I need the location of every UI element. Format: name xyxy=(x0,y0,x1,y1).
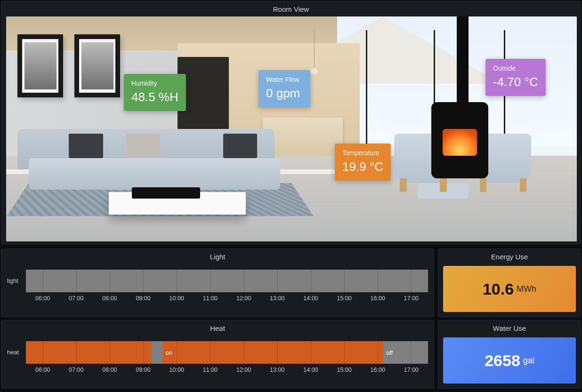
outside-value: -4.70 °C xyxy=(493,75,538,89)
timeline-segment-on: on xyxy=(163,341,384,364)
water-flow-value: 0 gpm xyxy=(266,86,303,101)
timeline-segment-off xyxy=(152,341,163,364)
timeline-segment-off xyxy=(26,270,428,292)
room-scene-illustration xyxy=(6,16,577,241)
temperature-value: 19.9 °C xyxy=(342,160,383,174)
outside-label: Outside xyxy=(493,64,538,72)
tick-label: 13:00 xyxy=(270,367,284,373)
temperature-label: Temperature xyxy=(342,149,383,157)
tick-label: 14:00 xyxy=(303,367,318,373)
energy-use-panel: Energy Use 10.6 MWh xyxy=(438,248,581,317)
heat-row-label: heat xyxy=(7,349,19,356)
heat-title: Heat xyxy=(1,320,434,335)
outside-card[interactable]: Outside -4.70 °C xyxy=(485,59,546,96)
light-panel: Light light 06:0007:0008:0009:0010:0011:… xyxy=(1,248,434,317)
light-timeline[interactable]: light 06:0007:0008:0009:0010:0011:0012:0… xyxy=(7,266,428,312)
humidity-card[interactable]: Humidity 48.5 %H xyxy=(124,74,186,111)
heat-ticks: 06:0007:0008:0009:0010:0011:0012:0013:00… xyxy=(26,367,428,378)
tick-label: 16:00 xyxy=(371,367,385,373)
tick-label: 08:00 xyxy=(102,367,117,373)
light-row-label: light xyxy=(7,277,18,284)
water-use-title: Water Use xyxy=(438,320,581,335)
tick-label: 09:00 xyxy=(136,367,150,373)
heat-panel: Heat heat onoff 06:0007:0008:0009:0010:0… xyxy=(1,320,434,389)
light-track xyxy=(26,270,428,292)
tick-label: 06:00 xyxy=(35,367,50,373)
segment-label: on xyxy=(166,349,172,356)
tick-label: 07:00 xyxy=(69,367,83,373)
tick-label: 10:00 xyxy=(170,367,184,373)
room-image: Humidity 48.5 %H Water Flow 0 gpm Temper… xyxy=(6,16,577,241)
temperature-card[interactable]: Temperature 19.9 °C xyxy=(335,144,391,181)
heat-timeline[interactable]: heat onoff 06:0007:0008:0009:0010:0011:0… xyxy=(7,337,428,384)
humidity-label: Humidity xyxy=(131,80,178,87)
water-flow-label: Water Flow xyxy=(266,76,303,83)
energy-use-title: Energy Use xyxy=(438,249,581,264)
timeline-segment-off: off xyxy=(383,341,428,364)
light-ticks: 06:0007:0008:0009:0010:0011:0012:0013:00… xyxy=(26,295,428,306)
tick-label: 16:00 xyxy=(371,295,385,302)
energy-use-card[interactable]: 10.6 MWh xyxy=(443,266,576,312)
tick-label: 06:00 xyxy=(35,295,50,302)
tick-label: 09:00 xyxy=(136,295,150,302)
water-use-panel: Water Use 2658 gal xyxy=(438,320,581,389)
heat-track: onoff xyxy=(26,341,428,364)
tick-label: 12:00 xyxy=(236,295,251,302)
tick-label: 13:00 xyxy=(270,295,284,302)
tick-label: 11:00 xyxy=(203,367,218,373)
tick-label: 11:00 xyxy=(203,295,218,302)
room-view-panel: Room View Humidity 48.5 %H Water Flo xyxy=(1,1,581,245)
tick-label: 15:00 xyxy=(337,367,351,373)
tick-label: 07:00 xyxy=(69,295,83,302)
tick-label: 17:00 xyxy=(404,367,419,373)
water-flow-card[interactable]: Water Flow 0 gpm xyxy=(259,70,310,107)
room-view-title: Room View xyxy=(1,1,581,16)
tick-label: 08:00 xyxy=(102,295,117,302)
water-use-card[interactable]: 2658 gal xyxy=(443,337,576,384)
segment-label: off xyxy=(386,349,393,356)
energy-use-unit: MWh xyxy=(517,284,536,294)
water-use-value: 2658 xyxy=(485,352,520,370)
light-title: Light xyxy=(1,249,434,264)
humidity-value: 48.5 %H xyxy=(131,90,178,104)
tick-label: 17:00 xyxy=(404,295,419,302)
tick-label: 10:00 xyxy=(170,295,184,302)
timeline-segment-on xyxy=(26,341,152,364)
tick-label: 14:00 xyxy=(303,295,318,302)
tick-label: 15:00 xyxy=(337,295,351,302)
tick-label: 12:00 xyxy=(236,367,251,373)
water-use-unit: gal xyxy=(523,356,534,366)
energy-use-value: 10.6 xyxy=(483,280,514,298)
